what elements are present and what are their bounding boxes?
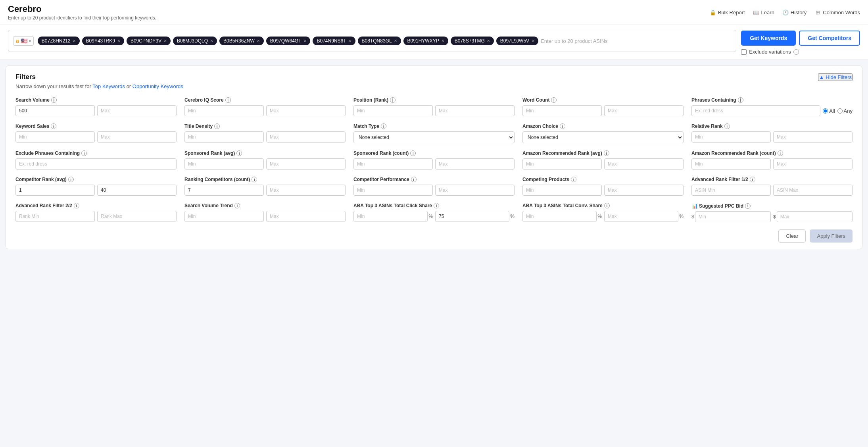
aba-click-share-info-icon[interactable]: i bbox=[434, 203, 439, 208]
search-volume-min[interactable] bbox=[15, 105, 95, 116]
advanced-rank-2-rank-max[interactable] bbox=[97, 211, 177, 222]
phrases-any-radio[interactable] bbox=[837, 108, 843, 114]
sponsored-rank-count-info-icon[interactable]: i bbox=[410, 150, 416, 156]
tag-close-icon[interactable]: × bbox=[394, 38, 397, 44]
aba-click-share-max[interactable] bbox=[435, 211, 509, 222]
position-rank-info-icon[interactable]: i bbox=[390, 97, 396, 103]
competitor-performance-min[interactable] bbox=[353, 185, 433, 196]
exclude-variations-info-icon[interactable]: i bbox=[793, 49, 799, 55]
nav-learn[interactable]: 📖 Learn bbox=[753, 9, 774, 15]
exclude-phrases-info-icon[interactable]: i bbox=[81, 150, 87, 156]
sponsored-rank-avg-max[interactable] bbox=[266, 158, 346, 170]
tag-close-icon[interactable]: × bbox=[73, 38, 76, 44]
competitor-rank-avg-min[interactable] bbox=[15, 185, 95, 196]
ranking-competitors-info-icon[interactable]: i bbox=[252, 177, 257, 182]
word-count-info-icon[interactable]: i bbox=[551, 97, 557, 103]
tag-close-icon[interactable]: × bbox=[117, 38, 120, 44]
phrases-containing-info-icon[interactable]: i bbox=[738, 97, 743, 103]
ppc-bid-min[interactable] bbox=[695, 211, 771, 222]
title-density-max[interactable] bbox=[266, 131, 346, 143]
cerebro-iq-info-icon[interactable]: i bbox=[225, 97, 231, 103]
nav-bulk-report[interactable]: 🔒 Bulk Report bbox=[710, 9, 745, 15]
phrases-all-radio[interactable] bbox=[823, 108, 828, 114]
tag-close-icon[interactable]: × bbox=[257, 38, 260, 44]
word-count-min[interactable] bbox=[522, 105, 602, 116]
word-count-max[interactable] bbox=[604, 105, 684, 116]
phrases-any-radio-label[interactable]: Any bbox=[837, 108, 853, 114]
amazon-marketplace-selector[interactable]: a 🇺🇸 ▾ bbox=[13, 36, 34, 46]
amazon-rec-rank-count-min[interactable] bbox=[691, 158, 771, 170]
suggested-ppc-info-icon[interactable]: i bbox=[745, 203, 751, 209]
competitor-performance-max[interactable] bbox=[435, 185, 515, 196]
keyword-sales-info-icon[interactable]: i bbox=[51, 123, 56, 129]
search-volume-trend-info-icon[interactable]: i bbox=[234, 203, 240, 208]
title-density-info-icon[interactable]: i bbox=[214, 123, 220, 129]
relative-rank-min[interactable] bbox=[691, 131, 771, 143]
phrases-all-radio-label[interactable]: All bbox=[823, 108, 835, 114]
advanced-rank-2-info-icon[interactable]: i bbox=[74, 203, 79, 208]
amazon-choice-info-icon[interactable]: i bbox=[560, 123, 565, 129]
clear-button[interactable]: Clear bbox=[778, 229, 806, 243]
exclude-variations-checkbox-label[interactable]: Exclude variations i bbox=[741, 49, 799, 55]
title-density-min[interactable] bbox=[184, 131, 264, 143]
cerebro-iq-max[interactable] bbox=[266, 105, 346, 116]
amazon-rec-rank-count-max[interactable] bbox=[773, 158, 853, 170]
sponsored-rank-avg-info-icon[interactable]: i bbox=[236, 150, 242, 156]
aba-conv-share-min[interactable] bbox=[522, 211, 597, 222]
apply-filters-button[interactable]: Apply Filters bbox=[810, 229, 853, 243]
search-volume-max[interactable] bbox=[97, 105, 177, 116]
match-type-info-icon[interactable]: i bbox=[381, 123, 386, 129]
amazon-rec-rank-avg-max[interactable] bbox=[604, 158, 684, 170]
hide-filters-button[interactable]: ▲ Hide Filters bbox=[818, 73, 853, 81]
aba-click-share-min[interactable] bbox=[353, 211, 428, 222]
tag-close-icon[interactable]: × bbox=[442, 38, 444, 44]
advanced-rank-1-info-icon[interactable]: i bbox=[750, 177, 755, 182]
tag-close-icon[interactable]: × bbox=[487, 38, 490, 44]
aba-conv-share-max[interactable] bbox=[604, 211, 678, 222]
ppc-bid-max[interactable] bbox=[777, 211, 853, 222]
competitor-rank-avg-max[interactable] bbox=[97, 185, 177, 196]
competing-products-info-icon[interactable]: i bbox=[571, 177, 576, 182]
advanced-rank-1-asin-min[interactable] bbox=[691, 185, 771, 196]
search-volume-trend-max[interactable] bbox=[266, 211, 346, 222]
search-volume-trend-min[interactable] bbox=[184, 211, 264, 222]
opportunity-keywords-link[interactable]: Opportunity Keywords bbox=[133, 83, 183, 89]
cerebro-iq-min[interactable] bbox=[184, 105, 264, 116]
asin-search-container[interactable]: a 🇺🇸 ▾ B07Z8HN212 × B09Y43TRK9 × B09CPND… bbox=[8, 30, 736, 52]
exclude-phrases-input[interactable] bbox=[15, 158, 177, 170]
tag-close-icon[interactable]: × bbox=[532, 38, 534, 44]
get-competitors-button[interactable]: Get Competitors bbox=[799, 31, 860, 46]
sponsored-rank-avg-min[interactable] bbox=[184, 158, 264, 170]
competing-products-max[interactable] bbox=[604, 185, 684, 196]
search-placeholder[interactable]: Enter up to 20 product ASINs bbox=[541, 38, 607, 44]
position-rank-max[interactable] bbox=[435, 105, 515, 116]
advanced-rank-1-asin-max[interactable] bbox=[773, 185, 853, 196]
tag-close-icon[interactable]: × bbox=[303, 38, 306, 44]
competitor-rank-avg-info-icon[interactable]: i bbox=[68, 177, 74, 182]
tag-close-icon[interactable]: × bbox=[210, 38, 213, 44]
search-volume-info-icon[interactable]: i bbox=[51, 97, 57, 103]
position-rank-min[interactable] bbox=[353, 105, 433, 116]
ranking-competitors-max[interactable] bbox=[266, 185, 346, 196]
sponsored-rank-count-max[interactable] bbox=[435, 158, 515, 170]
advanced-rank-2-rank-min[interactable] bbox=[15, 211, 95, 222]
ranking-competitors-min[interactable] bbox=[184, 185, 264, 196]
keyword-sales-min[interactable] bbox=[15, 131, 95, 143]
top-keywords-link[interactable]: Top Keywords bbox=[92, 83, 125, 89]
nav-common-words[interactable]: ⊞ Common Words bbox=[814, 9, 860, 15]
relative-rank-max[interactable] bbox=[773, 131, 853, 143]
tag-close-icon[interactable]: × bbox=[349, 38, 351, 44]
keyword-sales-max[interactable] bbox=[97, 131, 177, 143]
amazon-choice-select[interactable]: None selected Yes No bbox=[522, 131, 684, 143]
tag-close-icon[interactable]: × bbox=[164, 38, 167, 44]
exclude-variations-checkbox[interactable] bbox=[741, 49, 747, 55]
match-type-select[interactable]: None selected Organic Sponsored Amazon R… bbox=[353, 131, 515, 143]
competitor-performance-info-icon[interactable]: i bbox=[411, 177, 417, 182]
competing-products-min[interactable] bbox=[522, 185, 602, 196]
sponsored-rank-count-min[interactable] bbox=[353, 158, 433, 170]
amazon-rec-rank-avg-info-icon[interactable]: i bbox=[604, 150, 609, 156]
relative-rank-info-icon[interactable]: i bbox=[724, 123, 730, 129]
nav-history[interactable]: 🕐 History bbox=[782, 9, 807, 15]
phrases-containing-input[interactable] bbox=[691, 105, 820, 116]
amazon-rec-rank-count-info-icon[interactable]: i bbox=[778, 150, 783, 156]
